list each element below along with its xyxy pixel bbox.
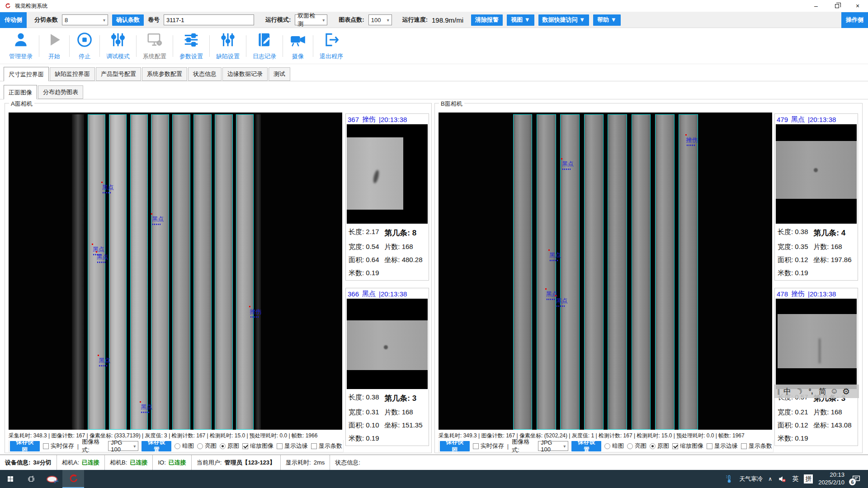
defect-card[interactable]: 479黑点|20:13:38长度: 0.38第几条: 4宽度: 0.35片数: … bbox=[774, 113, 858, 281]
stat-cell: 面积: 0.12 bbox=[778, 256, 813, 264]
checkbox-icon bbox=[242, 443, 248, 449]
action-debug-mode[interactable]: 调试模式 bbox=[100, 28, 136, 64]
clock[interactable]: 20:13 2025/2/10 bbox=[818, 471, 844, 487]
radio-亮图[interactable]: 亮图 bbox=[627, 442, 646, 450]
checkbox-显示边缘[interactable]: 显示边缘 bbox=[277, 442, 308, 450]
checkbox-缩放图像[interactable]: 缩放图像 bbox=[242, 442, 274, 450]
roll-number-input[interactable] bbox=[164, 14, 254, 25]
action-start[interactable]: 开始 bbox=[39, 28, 69, 64]
ime-emoji-icon[interactable]: ☺ bbox=[829, 387, 840, 396]
chart-points-select[interactable]: 100 bbox=[368, 14, 392, 25]
action-log-record[interactable]: 日志记录 bbox=[246, 28, 283, 64]
confirm-count-button[interactable]: 确认条数 bbox=[112, 14, 144, 26]
active-app-button[interactable] bbox=[62, 470, 84, 488]
action-system-config[interactable]: 系统配置 bbox=[137, 28, 173, 64]
defect-card[interactable]: 367挫伤|20:13:38长度: 2.17第几条: 8宽度: 0.54片数: … bbox=[345, 113, 429, 281]
ime-simplified-icon[interactable]: 简 bbox=[817, 386, 828, 397]
tab-4[interactable]: 状态信息 bbox=[188, 67, 222, 81]
tab-1[interactable]: 缺陷监控界面 bbox=[50, 67, 95, 81]
action-video-capture[interactable]: 摄像 bbox=[283, 28, 313, 64]
radio-icon bbox=[175, 443, 180, 449]
action-exit-program[interactable]: 退出程序 bbox=[313, 28, 349, 64]
stat-cell: 宽度: 0.54 bbox=[349, 243, 384, 251]
slit-strip bbox=[632, 114, 651, 430]
status-label: 相机B: bbox=[110, 459, 127, 467]
clear-alarm-button[interactable]: 清除报警 bbox=[471, 14, 503, 26]
realtime-save-checkbox[interactable]: 实时保存 bbox=[43, 442, 74, 450]
action-admin-login[interactable]: 管理登录 bbox=[3, 28, 39, 64]
slit-strip bbox=[151, 114, 169, 430]
tab-6[interactable]: 测试 bbox=[269, 67, 290, 81]
subtab-0[interactable]: 正面图像 bbox=[4, 85, 37, 99]
stat-cell: 米数: 0.19 bbox=[778, 434, 813, 443]
stat-cell: 面积: 0.12 bbox=[778, 421, 813, 430]
save-settings-button[interactable]: 保存设置 bbox=[571, 441, 601, 451]
stat-cell bbox=[813, 434, 856, 443]
defect-time: |20:13:38 bbox=[808, 116, 836, 123]
tab-2[interactable]: 产品型号配置 bbox=[96, 67, 141, 81]
defect-card[interactable]: 478挫伤|20:13:38长度: 0.57第几条: 3宽度: 0.21片数: … bbox=[774, 288, 858, 446]
ime-mode-indicator[interactable]: 拼 bbox=[804, 474, 813, 483]
realtime-save-checkbox[interactable]: 实时保存 bbox=[473, 442, 504, 450]
tab-5[interactable]: 边缘数据记录 bbox=[222, 67, 268, 81]
defect-card[interactable]: 366黑点|20:13:38长度: 0.38第几条: 3宽度: 0.31片数: … bbox=[345, 288, 429, 446]
stat-cell: 第几条: 8 bbox=[384, 228, 427, 238]
slit-count-select[interactable]: 8 bbox=[62, 14, 108, 25]
ime-fullwidth-icon[interactable]: ☽ bbox=[792, 385, 807, 398]
ime-drag-handle[interactable]: ∥ bbox=[776, 388, 781, 395]
material-patch bbox=[347, 320, 428, 370]
hidden-icons-chevron[interactable]: ∧ bbox=[768, 476, 772, 482]
run-mode-select[interactable]: 双面检测 bbox=[295, 14, 327, 25]
checkbox-显示条数[interactable]: 显示条数 bbox=[311, 442, 342, 450]
action-param-settings[interactable]: 参数设置 bbox=[173, 28, 209, 64]
snipping-tool-button[interactable]: ✂ bbox=[42, 470, 62, 488]
tab-3[interactable]: 系统参数配置 bbox=[142, 67, 187, 81]
task-view-button[interactable] bbox=[21, 470, 42, 488]
thermometer-icon[interactable] bbox=[725, 474, 734, 484]
radio-暗图[interactable]: 暗图 bbox=[175, 442, 194, 450]
radio-icon bbox=[650, 443, 656, 449]
radio-原图[interactable]: 原图 bbox=[650, 442, 669, 450]
radio-亮图[interactable]: 亮图 bbox=[197, 442, 217, 450]
restore-button[interactable] bbox=[826, 0, 847, 12]
ime-punctuation-icon[interactable]: °, bbox=[805, 388, 816, 395]
main-tab-bar: 尺寸监控界面缺陷监控界面产品型号配置系统参数配置状态信息边缘数据记录测试 bbox=[0, 64, 868, 81]
language-indicator[interactable]: 英 bbox=[792, 475, 798, 483]
image-format-select[interactable]: JPG 100 bbox=[538, 441, 568, 451]
weather-text[interactable]: 天气寒冷 bbox=[739, 475, 763, 483]
status-value: 2ms bbox=[314, 459, 325, 466]
tab-0[interactable]: 尺寸监控界面 bbox=[4, 67, 49, 81]
operation-side-button[interactable]: 操作侧 bbox=[841, 12, 868, 28]
ime-settings-gear-icon[interactable]: ⚙ bbox=[840, 386, 852, 397]
image-format-select[interactable]: JPG 100 bbox=[108, 441, 138, 451]
view-menu-button[interactable]: 视图 ▼ bbox=[507, 14, 534, 26]
radio-暗图[interactable]: 暗图 bbox=[604, 442, 624, 450]
action-stop[interactable]: 停止 bbox=[70, 28, 99, 64]
defect-time: |20:13:38 bbox=[379, 290, 407, 298]
quick-data-access-button[interactable]: 数据快捷访问 ▼ bbox=[538, 14, 589, 26]
radio-icon bbox=[197, 443, 203, 449]
checkbox-显示条数[interactable]: 显示条数 bbox=[741, 442, 772, 450]
minimize-button[interactable]: – bbox=[806, 0, 826, 12]
ime-chinese-mode-icon[interactable]: 中 bbox=[782, 386, 793, 397]
defect-id: 479 bbox=[777, 116, 788, 123]
start-button[interactable] bbox=[0, 470, 21, 488]
defect-label: 黑点 bbox=[97, 253, 108, 261]
save-snapshot-button[interactable]: 保存快照 bbox=[10, 441, 40, 451]
action-label: 摄像 bbox=[292, 52, 304, 61]
speaker-muted-icon[interactable] bbox=[778, 474, 787, 483]
checkbox-缩放图像[interactable]: 缩放图像 bbox=[672, 442, 703, 450]
save-settings-button[interactable]: 保存设置 bbox=[142, 441, 171, 451]
radio-原图[interactable]: 原图 bbox=[220, 442, 239, 450]
checkbox-显示边缘[interactable]: 显示边缘 bbox=[707, 442, 738, 450]
save-snapshot-button[interactable]: 保存快照 bbox=[440, 441, 470, 451]
defect-time: |20:13:38 bbox=[808, 290, 836, 298]
app-logo-icon bbox=[67, 473, 79, 484]
transmission-side-button[interactable]: 传动侧 bbox=[0, 12, 27, 28]
subtab-1[interactable]: 分布趋势图表 bbox=[38, 85, 83, 99]
action-defect-settings[interactable]: 缺陷设置 bbox=[210, 28, 246, 64]
notification-center-button[interactable]: 6 bbox=[850, 473, 863, 485]
slit-strip bbox=[513, 114, 533, 430]
help-menu-button[interactable]: 帮助 ▼ bbox=[593, 14, 620, 26]
close-button[interactable]: × bbox=[847, 0, 868, 12]
